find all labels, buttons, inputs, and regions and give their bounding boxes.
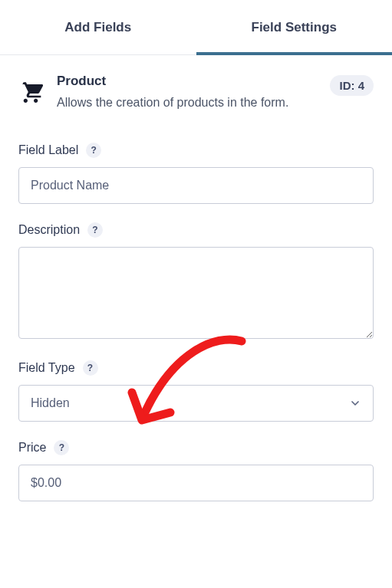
field-type-select-wrap: Hidden (18, 385, 374, 422)
label-row: Description ? (18, 222, 374, 238)
field-header: Product Allows the creation of products … (0, 55, 392, 112)
help-icon[interactable]: ? (86, 143, 101, 158)
field-label-text: Field Label (18, 143, 78, 157)
tab-field-settings[interactable]: Field Settings (196, 0, 393, 54)
field-header-text: Product Allows the creation of products … (57, 74, 316, 112)
field-group-type: Field Type ? Hidden (18, 360, 374, 422)
label-row: Field Label ? (18, 143, 374, 158)
help-icon[interactable]: ? (83, 360, 98, 376)
field-description: Allows the creation of products in the f… (57, 94, 316, 112)
field-type-select[interactable]: Hidden (18, 385, 374, 422)
description-label-text: Description (18, 223, 80, 237)
field-id-badge: ID: 4 (330, 75, 374, 96)
cart-icon (18, 78, 43, 103)
tab-add-fields[interactable]: Add Fields (0, 0, 196, 54)
price-label-text: Price (18, 441, 46, 455)
form-body: Field Label ? Description ? Field Type ?… (0, 112, 392, 501)
tab-label: Field Settings (252, 20, 337, 35)
field-title: Product (57, 74, 316, 89)
field-group-label: Field Label ? (18, 143, 374, 204)
help-icon[interactable]: ? (54, 440, 69, 455)
label-row: Price ? (18, 440, 374, 455)
label-row: Field Type ? (18, 360, 374, 376)
type-label-text: Field Type (18, 361, 75, 375)
price-input[interactable] (18, 465, 374, 501)
settings-tabs: Add Fields Field Settings (0, 0, 392, 55)
tab-label: Add Fields (64, 20, 131, 35)
description-textarea[interactable] (18, 247, 374, 339)
field-group-description: Description ? (18, 222, 374, 342)
field-group-price: Price ? (18, 440, 374, 501)
help-icon[interactable]: ? (87, 222, 103, 238)
field-label-input[interactable] (18, 167, 374, 204)
